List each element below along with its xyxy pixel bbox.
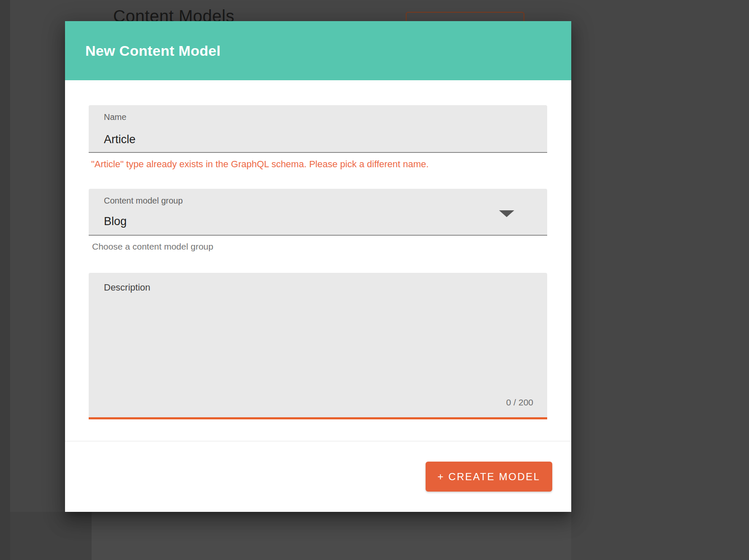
group-select[interactable]: Content model group Blog: [89, 189, 547, 236]
dialog-title: New Content Model: [85, 21, 221, 80]
group-label: Content model group: [104, 196, 183, 206]
name-field[interactable]: Name: [89, 105, 547, 153]
group-helper-text: Choose a content model group: [92, 242, 213, 252]
footer-divider: [65, 441, 571, 441]
name-label: Name: [104, 112, 126, 122]
description-textarea[interactable]: [104, 298, 530, 391]
name-error-message: "Article" type already exists in the Gra…: [91, 159, 513, 170]
description-active-underline: [89, 417, 547, 419]
create-model-button[interactable]: + CREATE MODEL: [426, 462, 552, 492]
description-field[interactable]: Description 0 / 200: [89, 273, 547, 419]
background-sidebar-bottom: [10, 512, 92, 560]
caret-down-icon: [499, 210, 514, 217]
new-content-model-dialog: New Content Model Name "Article" type al…: [65, 21, 571, 512]
character-counter: 0 / 200: [506, 397, 533, 408]
name-input[interactable]: [104, 133, 526, 146]
background-sidebar-strip: [0, 0, 10, 560]
dialog-header: New Content Model: [65, 21, 571, 80]
description-label: Description: [104, 282, 150, 293]
background-content-bottom: [92, 512, 571, 560]
group-selected-value: Blog: [104, 215, 127, 228]
